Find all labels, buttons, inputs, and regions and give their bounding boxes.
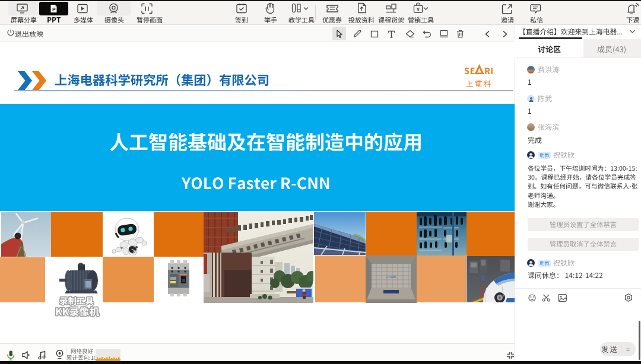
svg-text:P: P [52,7,56,12]
svg-text:LTWB: LTWB [386,275,396,279]
